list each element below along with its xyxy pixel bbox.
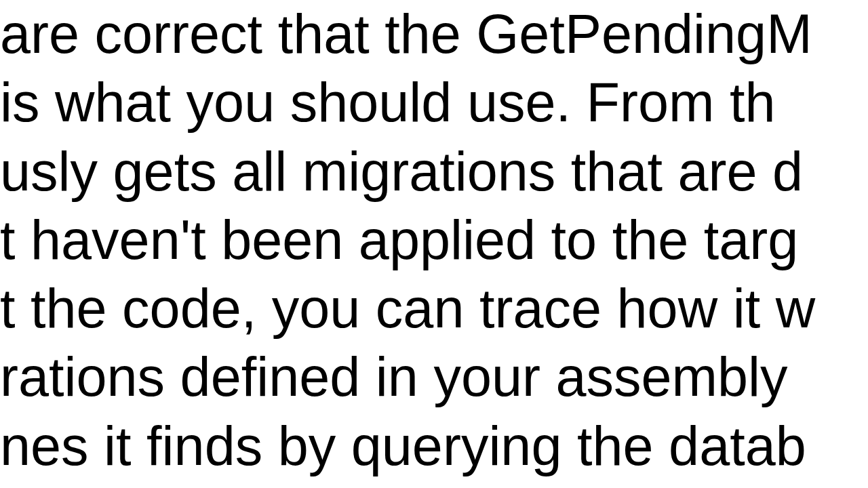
text-line-7: nes it finds by querying the datab: [0, 412, 868, 481]
text-line-2: is what you should use. From th: [0, 68, 868, 137]
text-line-4: t haven't been applied to the targ: [0, 206, 868, 274]
text-line-5: t the code, you can trace how it w: [0, 274, 868, 343]
text-line-6: rations defined in your assembly: [0, 343, 868, 411]
text-line-1: are correct that the GetPendingM: [0, 0, 868, 68]
cropped-paragraph: are correct that the GetPendingM is what…: [0, 0, 868, 481]
text-line-3: usly gets all migrations that are d: [0, 138, 868, 206]
